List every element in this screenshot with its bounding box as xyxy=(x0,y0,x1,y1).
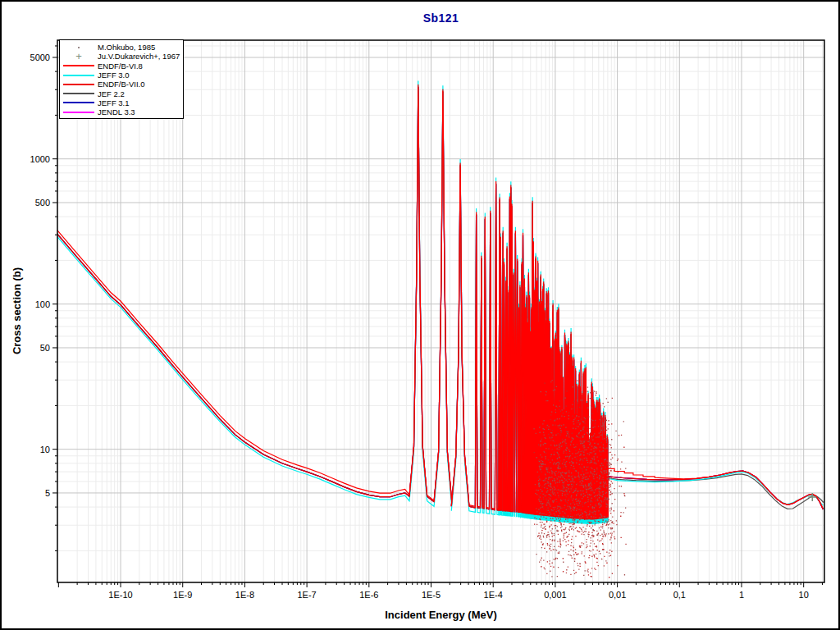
legend-marker-plus-icon: + xyxy=(60,52,98,61)
legend-label: JEFF 3.1 xyxy=(98,98,130,107)
legend-marker-line-icon xyxy=(60,71,98,80)
legend-item: +Ju.V.Dukarevich+, 1967 xyxy=(60,52,183,61)
x-tick-label: 0,001 xyxy=(544,590,567,600)
chart-title: Sb121 xyxy=(57,11,824,25)
x-tick-label: 1E-6 xyxy=(359,590,378,600)
y-tick-label: 500 xyxy=(35,198,50,208)
series-jef-2-2 xyxy=(585,468,824,509)
x-tick-label: 1E-4 xyxy=(484,590,503,600)
legend-marker-line-icon xyxy=(60,107,98,116)
y-tick-label: 5 xyxy=(45,488,50,498)
x-tick-label: 0,1 xyxy=(673,590,686,600)
legend-label: Ju.V.Dukarevich+, 1967 xyxy=(98,52,180,61)
legend-marker-line-icon xyxy=(60,98,98,107)
y-tick-label: 5000 xyxy=(30,52,50,62)
legend-item: ENDF/B-VII.0 xyxy=(60,80,183,89)
legend-label: JEFF 3.0 xyxy=(98,71,130,80)
legend-label: ENDF/B-VII.0 xyxy=(98,80,145,89)
series-jeff-3-0 xyxy=(580,462,823,505)
axis-tick-labels: 1E-101E-91E-81E-71E-61E-51E-40,0010,010,… xyxy=(30,52,809,600)
legend-marker-line-icon xyxy=(60,80,98,89)
legend-label: JENDL 3.3 xyxy=(98,107,135,116)
x-tick-label: 1E-5 xyxy=(422,590,441,600)
x-tick-label: 1E-10 xyxy=(108,590,132,600)
x-tick-label: 1E-9 xyxy=(173,590,192,600)
axis-ticks xyxy=(52,46,822,587)
legend-item: JEF 2.2 xyxy=(60,89,183,98)
y-tick-label: 1000 xyxy=(30,154,50,164)
x-axis-title: Incident Energy (MeV) xyxy=(57,609,824,621)
series-endf-b-vi-8 xyxy=(57,84,608,518)
legend-box: M.Ohkubo, 1985+Ju.V.Dukarevich+, 1967END… xyxy=(59,39,184,119)
legend-item: JENDL 3.3 xyxy=(60,107,183,116)
app-window: Sb121 1E-101E-91E-81E-71E-61E-51E-40,001… xyxy=(0,0,840,630)
y-axis-title: Cross section (b) xyxy=(11,267,23,354)
y-tick-label: 100 xyxy=(35,299,50,309)
legend-label: M.Ohkubo, 1985 xyxy=(98,43,155,52)
legend-item: JEFF 3.0 xyxy=(60,71,183,80)
legend-item: ENDF/B-VI.8 xyxy=(60,62,183,71)
legend-marker-line-icon xyxy=(60,89,98,98)
x-tick-label: 1E-7 xyxy=(297,590,316,600)
series-endf-b-vi-8 xyxy=(608,468,823,509)
x-tick-label: 10 xyxy=(799,590,809,600)
legend-label: ENDF/B-VI.8 xyxy=(98,62,143,71)
series-curves xyxy=(57,81,824,524)
y-tick-label: 10 xyxy=(40,445,50,454)
x-tick-label: 1E-8 xyxy=(235,590,254,600)
legend-marker-line-icon xyxy=(60,62,98,71)
x-tick-label: 0,01 xyxy=(609,590,626,600)
legend-label: JEF 2.2 xyxy=(98,89,125,98)
y-tick-label: 50 xyxy=(40,343,50,353)
legend-item: JEFF 3.1 xyxy=(60,98,183,107)
x-tick-label: 1 xyxy=(739,590,744,600)
